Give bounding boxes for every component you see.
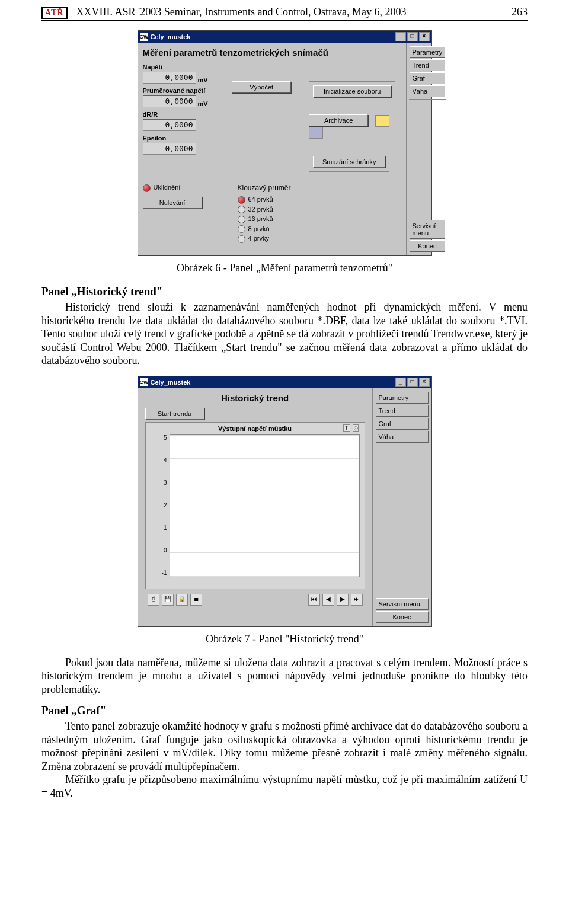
klouzavy-label: Klouzavý průměr: [238, 184, 291, 192]
section-historicky-trend-title: Panel „Historický trend": [41, 285, 528, 298]
maximize-button[interactable]: □: [407, 32, 418, 41]
section-graf-body1: Tento panel zobrazuje okamžité hodnoty v…: [41, 720, 528, 773]
napeti-label: Napětí: [143, 63, 215, 71]
smaz-group: Smazání schránky: [309, 152, 389, 172]
radio-8[interactable]: 8 prvků: [238, 225, 291, 234]
vypocet-button[interactable]: Výpočet: [232, 81, 291, 93]
init-group: Inicializace souboru: [309, 81, 395, 101]
radio-4[interactable]: 4 prvky: [238, 235, 291, 243]
dr-value: 0,0000: [143, 119, 196, 131]
page-number: 263: [512, 6, 528, 18]
ffwd-button[interactable]: ⏭: [351, 594, 363, 606]
side-parametry[interactable]: Parametry: [376, 392, 429, 404]
ytick: 4: [146, 457, 167, 463]
napeti-unit: mV: [198, 76, 208, 84]
side-graf[interactable]: Graf: [410, 72, 446, 84]
window-title: Cely_mustek: [151, 33, 191, 40]
app-icon: CW: [140, 33, 148, 41]
archivace-button[interactable]: Archivace: [309, 114, 368, 126]
chart-toolbar: ⎙ 💾 🔒 ≣ ⏮ ◀ ▶ ⏭: [142, 592, 369, 608]
close-button[interactable]: ×: [419, 378, 430, 387]
ytick: 3: [146, 479, 167, 486]
napeti-value: 0,0000: [143, 72, 196, 84]
side-vaha[interactable]: Váha: [410, 85, 446, 97]
side-vaha[interactable]: Váha: [376, 431, 429, 443]
minimize-button[interactable]: _: [395, 32, 406, 41]
titlebar: CW Cely_mustek _ □ ×: [138, 31, 431, 43]
figure6-caption: Obrázek 6 - Panel „Měření parametrů tenz…: [41, 262, 528, 274]
trend-heading: Historický trend: [142, 393, 369, 403]
lock-icon[interactable]: 🔒: [176, 594, 188, 606]
prum-unit: mV: [198, 100, 208, 107]
ytick: -1: [146, 570, 167, 576]
save-icon[interactable]: [309, 127, 323, 139]
ytick: 0: [146, 547, 167, 554]
nulovani-button[interactable]: Nulování: [143, 197, 202, 209]
minimize-button[interactable]: _: [395, 378, 406, 387]
side-trend[interactable]: Trend: [410, 59, 446, 71]
eps-value: 0,0000: [143, 143, 196, 155]
init-button[interactable]: Inicializace souboru: [313, 85, 391, 97]
ytick: 5: [146, 434, 167, 441]
window-title-trend: Cely_mustek: [151, 379, 191, 386]
section-graf-title: Panel „Graf": [41, 704, 528, 717]
prum-value: 0,0000: [143, 95, 196, 107]
panel-heading: Měření parametrů tenzometrických snímačů: [143, 47, 401, 57]
side-parametry[interactable]: Parametry: [410, 46, 446, 58]
logo: ATŘ: [41, 7, 68, 19]
trend-chart: Výstupní napětí můstku 🡑 ⊙ -1.00 5 4 3 2…: [145, 422, 365, 589]
radio-32[interactable]: 32 prvků: [238, 206, 291, 214]
ytick: 1: [146, 525, 167, 531]
uklidneni-led: [143, 184, 151, 192]
smaz-button[interactable]: Smazání schránky: [313, 156, 385, 168]
print-icon[interactable]: ⎙: [148, 594, 159, 606]
window-parameters: CW Cely_mustek _ □ × Měření parametrů te…: [138, 30, 432, 256]
start-trendu-button[interactable]: Start trendu: [145, 408, 204, 420]
y-axis: 5 4 3 2 1 0 -1: [146, 434, 169, 577]
plot-area: [170, 434, 360, 577]
prum-label: Průměrované napětí: [143, 87, 215, 94]
rewind-button[interactable]: ⏮: [308, 594, 320, 606]
list-icon[interactable]: ≣: [190, 594, 202, 606]
radio-16[interactable]: 16 prvků: [238, 215, 291, 223]
dr-label: dR/R: [143, 111, 215, 118]
side-trend[interactable]: Trend: [376, 405, 429, 417]
side-graf[interactable]: Graf: [376, 418, 429, 430]
section-graf-body2: Měřítko grafu je přizpůsobeno maximálním…: [41, 773, 528, 800]
section-historicky-trend-body: Historický trend slouží k zaznamenávání …: [41, 300, 528, 367]
next-button[interactable]: ▶: [337, 594, 349, 606]
header-title: XXVIII. ASR '2003 Seminar, Instruments a…: [76, 6, 512, 18]
figure7-caption: Obrázek 7 - Panel "Historický trend": [41, 633, 528, 645]
ytick: 2: [146, 502, 167, 509]
side-servis[interactable]: Servisní menu: [376, 598, 429, 610]
section2-body: Pokud jsou data naměřena, můžeme si ulož…: [41, 656, 528, 696]
save-icon[interactable]: 💾: [162, 594, 174, 606]
side-konec[interactable]: Konec: [410, 240, 446, 252]
prev-button[interactable]: ◀: [322, 594, 334, 606]
folder-icon[interactable]: [375, 115, 389, 127]
side-konec[interactable]: Konec: [376, 611, 429, 623]
app-icon: CW: [140, 378, 148, 386]
maximize-button[interactable]: □: [407, 378, 418, 387]
window-trend: CW Cely_mustek _ □ × Historický trend St…: [138, 376, 432, 627]
chart-up-button[interactable]: 🡑: [343, 424, 350, 432]
radio-64[interactable]: 64 prvků: [238, 196, 291, 204]
page-header: ATŘ XXVIII. ASR '2003 Seminar, Instrumen…: [41, 6, 528, 21]
chart-zoom-button[interactable]: ⊙: [353, 424, 359, 432]
close-button[interactable]: ×: [419, 32, 430, 41]
chart-title: Výstupní napětí můstku: [146, 425, 365, 432]
side-servis[interactable]: Servisní menu: [410, 220, 446, 239]
eps-label: Epsilon: [143, 135, 215, 142]
uklidneni-label: Uklidnění: [154, 184, 181, 191]
titlebar-trend: CW Cely_mustek _ □ ×: [138, 376, 431, 388]
